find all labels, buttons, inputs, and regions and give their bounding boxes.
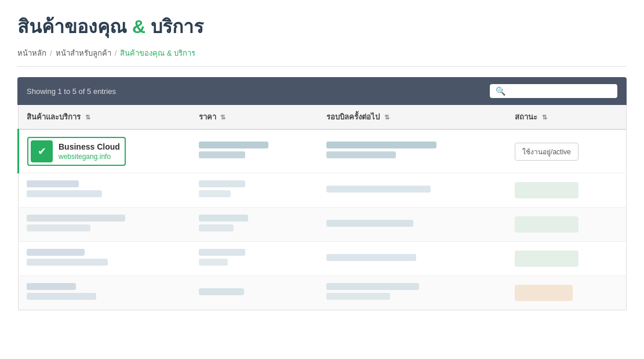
sort-icon-product[interactable]: ⇅ bbox=[85, 114, 90, 121]
table-row: ✔ Business Cloud websitegang.info ใช้งาน… bbox=[19, 129, 627, 173]
breadcrumb-home[interactable]: หน้าหลัก bbox=[17, 47, 46, 59]
sort-icon-price[interactable]: ⇅ bbox=[220, 114, 225, 121]
cell-price-4 bbox=[191, 242, 319, 276]
cell-product-3 bbox=[19, 208, 191, 242]
cell-status-3 bbox=[507, 208, 626, 242]
col-next-billing: รอบบิลครั้งต่อไป ⇅ bbox=[318, 105, 507, 129]
breadcrumb-customer[interactable]: หน้าสำหรับลูกค้า bbox=[56, 47, 111, 59]
product-icon-lock: ✔ bbox=[31, 140, 53, 162]
table-row bbox=[19, 208, 627, 242]
cell-price-3 bbox=[191, 208, 319, 242]
cell-product-4 bbox=[19, 242, 191, 276]
cell-status-2 bbox=[507, 173, 626, 208]
products-table: สินค้าและบริการ ⇅ ราคา ⇅ รอบบิลครั้งต่อไ… bbox=[17, 105, 627, 310]
col-product: สินค้าและบริการ ⇅ bbox=[19, 105, 191, 129]
toolbar: Showing 1 to 5 of 5 entries 🔍 bbox=[17, 77, 627, 105]
search-input[interactable] bbox=[509, 87, 612, 96]
cell-price-1 bbox=[191, 129, 319, 173]
cell-billing-4 bbox=[318, 242, 507, 276]
search-box[interactable]: 🔍 bbox=[490, 84, 617, 98]
cell-price-5 bbox=[191, 276, 319, 310]
breadcrumb-current: สินค้าของคุณ & บริการ bbox=[120, 47, 195, 59]
cell-price-2 bbox=[191, 173, 319, 208]
product-domain-1: websitegang.info bbox=[59, 153, 120, 161]
cell-billing-1 bbox=[318, 129, 507, 173]
showing-entries-text: Showing 1 to 5 of 5 entries bbox=[27, 87, 116, 96]
cell-billing-5 bbox=[318, 276, 507, 310]
table-row bbox=[19, 276, 627, 310]
cell-product-2 bbox=[19, 173, 191, 208]
sort-icon-billing[interactable]: ⇅ bbox=[384, 114, 390, 121]
status-button-1[interactable]: ใช้งานอยู่/active bbox=[515, 143, 578, 161]
col-price: ราคา ⇅ bbox=[191, 105, 319, 129]
page-title: สินค้าของคุณ & บริการ bbox=[17, 12, 627, 41]
search-icon: 🔍 bbox=[496, 86, 505, 96]
cell-status-4 bbox=[507, 242, 626, 276]
cell-product-1: ✔ Business Cloud websitegang.info bbox=[19, 129, 191, 173]
breadcrumb: หน้าหลัก / หน้าสำหรับลูกค้า / สินค้าของค… bbox=[17, 47, 627, 67]
table-header-row: สินค้าและบริการ ⇅ ราคา ⇅ รอบบิลครั้งต่อไ… bbox=[19, 105, 627, 129]
product-name-1: Business Cloud bbox=[59, 142, 120, 151]
cell-status-1[interactable]: ใช้งานอยู่/active bbox=[507, 129, 626, 173]
highlighted-product: ✔ Business Cloud websitegang.info bbox=[27, 137, 126, 166]
col-status: สถานะ ⇅ bbox=[507, 105, 626, 129]
table-row bbox=[19, 173, 627, 208]
cell-billing-3 bbox=[318, 208, 507, 242]
cell-billing-2 bbox=[318, 173, 507, 208]
table-row bbox=[19, 242, 627, 276]
sort-icon-status[interactable]: ⇅ bbox=[542, 114, 547, 121]
cell-status-5 bbox=[507, 276, 626, 310]
cell-product-5 bbox=[19, 276, 191, 310]
